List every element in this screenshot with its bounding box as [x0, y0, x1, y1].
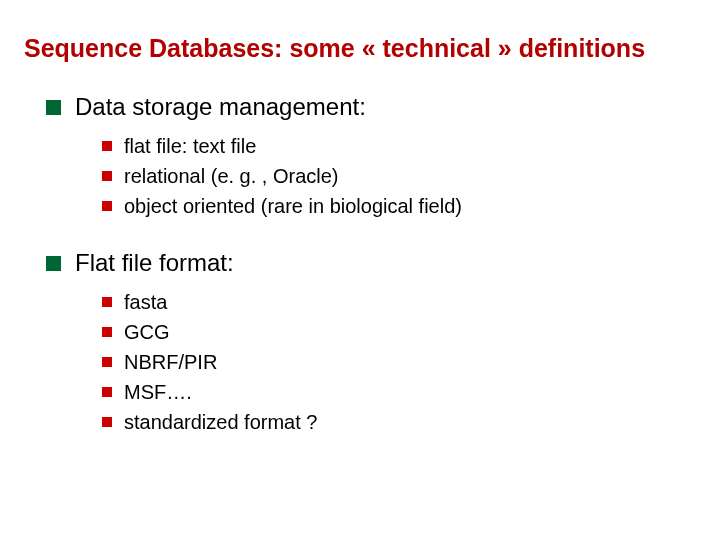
section-heading-text: Flat file format: — [75, 249, 234, 277]
item-text: standardized format ? — [124, 407, 317, 437]
bullet-icon — [102, 171, 112, 181]
list-item: relational (e. g. , Oracle) — [102, 161, 696, 191]
section-data-storage: Data storage management: flat file: text… — [46, 93, 696, 221]
section-flat-file: Flat file format: fasta GCG NBRF/PIR MSF… — [46, 249, 696, 437]
list-item: object oriented (rare in biological fiel… — [102, 191, 696, 221]
bullet-icon — [102, 357, 112, 367]
item-list: flat file: text file relational (e. g. ,… — [102, 131, 696, 221]
bullet-icon — [102, 297, 112, 307]
bullet-icon — [102, 201, 112, 211]
item-text: GCG — [124, 317, 170, 347]
item-text: relational (e. g. , Oracle) — [124, 161, 339, 191]
bullet-icon — [46, 100, 61, 115]
section-heading-text: Data storage management: — [75, 93, 366, 121]
item-text: NBRF/PIR — [124, 347, 217, 377]
item-text: fasta — [124, 287, 167, 317]
item-list: fasta GCG NBRF/PIR MSF…. standardized fo… — [102, 287, 696, 437]
bullet-icon — [46, 256, 61, 271]
slide: Sequence Databases: some « technical » d… — [0, 0, 720, 437]
item-text: flat file: text file — [124, 131, 256, 161]
section-heading: Data storage management: — [46, 93, 696, 121]
bullet-icon — [102, 387, 112, 397]
list-item: standardized format ? — [102, 407, 696, 437]
section-heading: Flat file format: — [46, 249, 696, 277]
list-item: flat file: text file — [102, 131, 696, 161]
slide-title: Sequence Databases: some « technical » d… — [24, 34, 696, 63]
item-text: object oriented (rare in biological fiel… — [124, 191, 462, 221]
list-item: GCG — [102, 317, 696, 347]
bullet-icon — [102, 327, 112, 337]
list-item: NBRF/PIR — [102, 347, 696, 377]
bullet-icon — [102, 141, 112, 151]
bullet-icon — [102, 417, 112, 427]
list-item: MSF…. — [102, 377, 696, 407]
item-text: MSF…. — [124, 377, 192, 407]
list-item: fasta — [102, 287, 696, 317]
